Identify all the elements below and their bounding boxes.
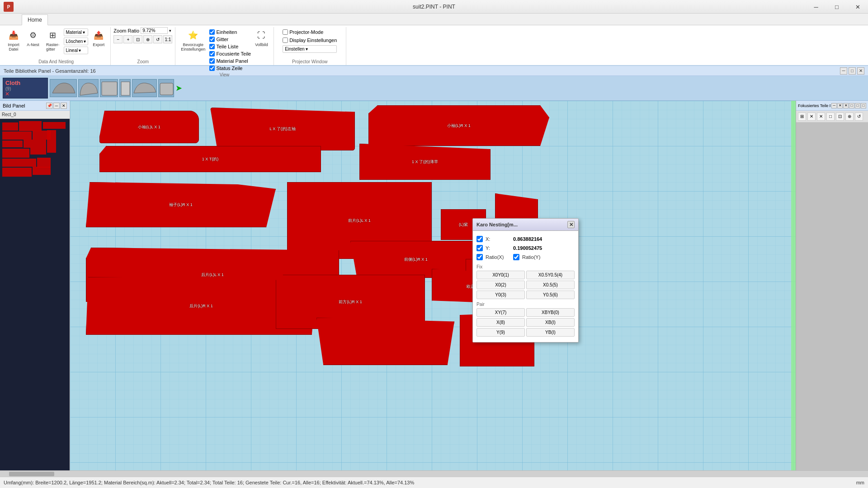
pair-btn-4[interactable]: Y(9) (476, 328, 525, 337)
bild-minimize-button[interactable]: ─ (53, 103, 60, 109)
rp-btn-3[interactable]: ✕ (843, 103, 849, 108)
part-thumb-6[interactable] (158, 79, 174, 97)
ratio-y-checkbox[interactable] (513, 254, 519, 260)
svg-rect-5 (2, 131, 32, 140)
rp-tool-2[interactable]: ✕ (807, 113, 816, 121)
ratio-x-checkbox[interactable] (476, 254, 483, 260)
pair-btn-3[interactable]: XB(I) (526, 318, 575, 327)
bild-pin-button[interactable]: 📌 (46, 103, 52, 109)
zoom-plus-button[interactable]: + (123, 35, 132, 43)
rp-tool-1[interactable]: ⊞ (798, 113, 806, 121)
zoom-fit-button[interactable]: ⊡ (133, 35, 142, 43)
parts-library-title: Teile Bibliothek Panel - Gesamtanzahl: 1… (4, 68, 96, 74)
rp-tool-6[interactable]: ⊕ (845, 113, 854, 121)
canvas-area[interactable]: 小袖(L)L X 1 L X 了(的)左袖 小袖(L)R X 1 1 X T(的… (70, 101, 796, 470)
loschen-dropdown[interactable]: Löschen ▾ (64, 38, 89, 45)
fix-section-label: Fix (476, 264, 575, 269)
rp-tool-3[interactable]: ✕ (817, 113, 825, 121)
rastergitter-button[interactable]: ⊞ Raster-gitter (43, 27, 62, 53)
a-nest-button[interactable]: ⚙ A-Nest (24, 27, 42, 49)
material-panel-label: Material Panel (216, 58, 248, 64)
pair-btn-2[interactable]: X(8) (476, 318, 525, 327)
close-button[interactable]: ✕ (847, 0, 868, 14)
zoom-minus-button[interactable]: − (113, 35, 123, 43)
piece-2[interactable]: L X 了(的)左袖 (210, 108, 355, 150)
vollbild-button[interactable]: ⛶ Vollbild (252, 27, 271, 49)
vollbild-icon: ⛶ (255, 29, 268, 42)
fix-btn-3[interactable]: X0.5(5) (526, 281, 575, 289)
maximize-button[interactable]: □ (826, 0, 847, 14)
scroll-indicator: ➤ (175, 83, 182, 93)
scroll-thumb[interactable] (9, 472, 54, 476)
cloth-remove-icon[interactable]: ✕ (5, 91, 9, 97)
piece-5[interactable]: 1 X 了(的)薄早 (359, 144, 491, 180)
bild-panel-label: Bild Panel (3, 103, 25, 108)
panel-maximize-button[interactable]: □ (849, 67, 856, 75)
bild-panel: Bild Panel 📌 ─ ✕ Rect_0 (0, 101, 70, 470)
piece-3[interactable]: 小袖(L)R X 1 (368, 105, 549, 146)
rp-btn-1[interactable]: ─ (831, 103, 837, 108)
piece-16[interactable] (316, 318, 454, 365)
export-button[interactable]: 📤 Export (90, 27, 108, 49)
rp-tool-7[interactable]: ↺ (855, 113, 863, 121)
part-thumb-2[interactable] (78, 79, 99, 97)
zoom-input[interactable] (141, 27, 168, 34)
lineal-dropdown[interactable]: Lineal ▾ (64, 47, 89, 54)
bottom-scrollbar[interactable] (0, 470, 868, 477)
fix-btn-0[interactable]: X0Y0(1) (476, 271, 525, 279)
zoom-reset-button[interactable]: ↺ (153, 35, 162, 43)
piece-4[interactable]: 1 X T(的) (99, 146, 321, 172)
import-button[interactable]: 📥 ImportDatei (5, 27, 23, 53)
part-thumb-5[interactable] (132, 79, 157, 97)
part-thumb-4[interactable] (119, 79, 131, 97)
panel-controls: ─ □ ✕ (840, 67, 864, 75)
vollbild-label: Vollbild (255, 42, 268, 47)
einheiten-checkbox[interactable] (209, 29, 215, 35)
fix-btn-2[interactable]: X0(2) (476, 281, 525, 289)
material-dropdown[interactable]: Material ▾ (64, 28, 89, 36)
minimize-button[interactable]: ─ (806, 0, 826, 14)
panel-minimize-button[interactable]: ─ (840, 67, 847, 75)
material-panel-checkbox[interactable] (209, 58, 215, 64)
pair-btn-1[interactable]: XBYB(0) (526, 308, 575, 317)
bevorzugte-button[interactable]: ⭐ BevorzugteEinstellungen (178, 27, 208, 53)
rp-btn-5[interactable]: □ (855, 103, 860, 108)
pair-btn-5[interactable]: YB(I) (526, 328, 575, 337)
pair-btn-0[interactable]: XY(7) (476, 308, 525, 317)
ribbon-group-projector: Projector-Mode Display Einstellungen Ein… (274, 27, 346, 65)
rp-btn-4[interactable]: □ (849, 103, 854, 108)
part-thumb-1[interactable] (50, 79, 77, 97)
zoom-100-button[interactable]: 1:1 (163, 35, 172, 43)
einstellen-dropdown[interactable]: Einstellen ▾ (283, 45, 337, 53)
rp-btn-2[interactable]: ✕ (837, 103, 843, 108)
panel-close-button[interactable]: ✕ (857, 67, 864, 75)
pair-section: Pair XY(7) XBYB(0) X(8) XB(I) Y(9) YB(I) (476, 302, 575, 337)
status-zeile-checkbox[interactable] (209, 66, 215, 71)
nesting-dialog-close-button[interactable]: ✕ (567, 221, 575, 228)
projector-label: Projector Window (277, 58, 343, 65)
rp-btn-6[interactable]: □ (861, 103, 866, 108)
piece-1[interactable]: 小袖(L)L X 1 (99, 111, 199, 143)
part-thumb-3[interactable] (100, 79, 118, 97)
projector-mode-checkbox[interactable] (283, 29, 288, 35)
gitter-checkbox[interactable] (209, 37, 215, 42)
bild-close-button[interactable]: ✕ (61, 103, 67, 109)
x-checkbox[interactable] (476, 236, 483, 242)
tab-home[interactable]: Home (22, 14, 48, 25)
zoom-icons: − + ⊡ ⊕ ↺ 1:1 (113, 35, 172, 43)
fix-btn-4[interactable]: Y0(3) (476, 291, 525, 299)
status-bar: Umfang(mm): Breite=1200.2, Länge=1951.2;… (0, 477, 868, 488)
y-checkbox[interactable] (476, 245, 483, 251)
rp-tool-5[interactable]: ⊡ (836, 113, 844, 121)
teile-liste-checkbox[interactable] (209, 44, 215, 49)
cloth-panel[interactable]: Cloth (9) ✕ (3, 78, 48, 99)
piece-6[interactable]: 袖子(L)R X 1 (86, 182, 276, 227)
fix-btn-1[interactable]: X0.5Y0.5(4) (526, 271, 575, 279)
rp-tool-4[interactable]: □ (826, 113, 835, 121)
pair-buttons-grid: XY(7) XBYB(0) X(8) XB(I) Y(9) YB(I) (476, 308, 575, 337)
display-einstellungen-checkbox[interactable] (283, 38, 288, 43)
focusierte-teile-checkbox[interactable] (209, 51, 215, 56)
zoom-select-button[interactable]: ⊕ (143, 35, 152, 43)
bild-thumbnail (0, 119, 70, 470)
fix-btn-5[interactable]: Y0.5(6) (526, 291, 575, 299)
